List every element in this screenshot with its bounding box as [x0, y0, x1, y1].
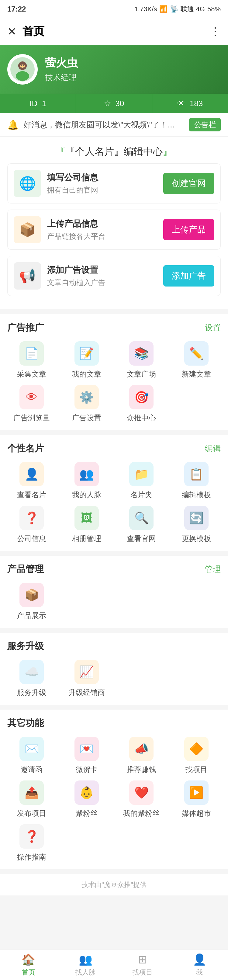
edit-card-text-1: 上传产品信息 产品链接各大平台 — [47, 218, 157, 241]
grid-item-0-5[interactable]: ⚙️广告设置 — [62, 385, 111, 423]
edit-card-2[interactable]: 📢 添加广告设置 文章自动植入广告 添加广告 — [7, 256, 221, 296]
edit-card-btn-1[interactable]: 上传产品 — [163, 219, 214, 240]
edit-card-text-2: 添加广告设置 文章自动植入广告 — [47, 264, 157, 288]
grid-label-4-5: 聚粉丝 — [76, 808, 98, 818]
section-title-2: 产品管理 — [7, 563, 44, 576]
grid-item-4-7[interactable]: ▶️媒体超市 — [172, 781, 221, 818]
grid-label-4-0: 邀请函 — [21, 765, 43, 775]
close-icon[interactable]: ✕ — [7, 25, 16, 38]
grid-item-4-5[interactable]: 👶聚粉丝 — [62, 781, 111, 818]
grid-icon-0-1: 📝 — [74, 341, 99, 366]
edit-card-btn-2[interactable]: 添加广告 — [163, 265, 214, 286]
edit-card-text-0: 填写公司信息 拥有自己的官网 — [47, 172, 157, 195]
divider-section-2 — [0, 628, 228, 633]
grid-section-4: 其它功能✉️邀请函💌微贺卡📣推荐赚钱🔶找项目📤发布项目👶聚粉丝❤️我的聚粉丝▶️… — [0, 710, 228, 869]
section-link-2[interactable]: 管理 — [205, 564, 221, 574]
grid-label-1-0: 查看名片 — [17, 490, 46, 500]
grid-label-4-2: 推荐赚钱 — [127, 765, 156, 775]
grid-item-4-4[interactable]: 📤发布项目 — [7, 781, 56, 818]
grid-item-0-2[interactable]: 📚文章广场 — [117, 341, 166, 379]
divider-1 — [0, 309, 228, 314]
grid-label-1-6: 查看官网 — [127, 534, 156, 544]
grid-icon-1-3: 📋 — [184, 462, 209, 486]
status-speed: 1.73K/s — [135, 5, 157, 13]
edit-card-main-2: 添加广告设置 — [47, 264, 157, 276]
grid-item-0-1[interactable]: 📝我的文章 — [62, 341, 111, 379]
grid-4: ✉️邀请函💌微贺卡📣推荐赚钱🔶找项目📤发布项目👶聚粉丝❤️我的聚粉丝▶️媒体超市… — [7, 737, 221, 862]
grid-icon-4-3: 🔶 — [184, 737, 209, 761]
grid-item-1-7[interactable]: 🔄更换模板 — [172, 506, 221, 544]
grid-item-1-5[interactable]: 🖼相册管理 — [62, 506, 111, 544]
grid-item-1-6[interactable]: 🔍查看官网 — [117, 506, 166, 544]
grid-icon-1-0: 👤 — [19, 462, 44, 486]
top-nav: ✕ 首页 ⋮ — [0, 18, 228, 45]
grid-section-0: 广告推广设置📄采集文章📝我的文章📚文章广场✏️新建文章👁广告浏览量⚙️广告设置🎯… — [0, 314, 228, 430]
grid-item-1-3[interactable]: 📋编辑模板 — [172, 462, 221, 500]
edit-center-cards: 🌐 填写公司信息 拥有自己的官网 创建官网 📦 上传产品信息 产品链接各大平台 … — [0, 163, 228, 309]
grid-label-1-2: 名片夹 — [130, 490, 152, 500]
grid-item-1-4[interactable]: ❓公司信息 — [7, 506, 56, 544]
grid-icon-1-2: 📁 — [129, 462, 154, 486]
grid-label-4-6: 我的聚粉丝 — [123, 808, 160, 818]
grid-item-3-1[interactable]: 📈升级经销商 — [62, 660, 111, 697]
announcement-bar: 🔔 好消息，微信朋友圈可以发\"大视频\"了！... 公告栏 — [0, 113, 228, 137]
stat-view[interactable]: 👁 183 — [152, 94, 228, 113]
edit-card-1[interactable]: 📦 上传产品信息 产品链接各大平台 上传产品 — [7, 210, 221, 250]
grid-item-3-0[interactable]: ☁️服务升级 — [7, 660, 56, 697]
grid-icon-3-0: ☁️ — [19, 660, 44, 684]
grid-item-1-1[interactable]: 👥我的人脉 — [62, 462, 111, 500]
grid-label-4-1: 微贺卡 — [76, 765, 98, 775]
grid-icon-1-4: ❓ — [19, 506, 44, 530]
page-title: 首页 — [22, 24, 210, 39]
announcement-text: 好消息，微信朋友圈可以发\"大视频\"了！... — [24, 119, 184, 130]
grid-icon-4-5: 👶 — [74, 781, 99, 805]
grid-label-3-0: 服务升级 — [17, 688, 46, 697]
grid-item-4-1[interactable]: 💌微贺卡 — [62, 737, 111, 775]
edit-center-section: 『『个人名片』编辑中心』 🌐 填写公司信息 拥有自己的官网 创建官网 📦 上传产… — [0, 137, 228, 309]
avatar-image — [10, 57, 35, 81]
grid-icon-1-6: 🔍 — [129, 506, 154, 530]
edit-card-0[interactable]: 🌐 填写公司信息 拥有自己的官网 创建官网 — [7, 163, 221, 204]
edit-card-main-0: 填写公司信息 — [47, 172, 157, 183]
grid-icon-0-6: 🎯 — [129, 385, 154, 409]
grid-item-0-4[interactable]: 👁广告浏览量 — [7, 385, 56, 423]
grid-item-0-0[interactable]: 📄采集文章 — [7, 341, 56, 379]
section-link-1[interactable]: 编辑 — [205, 443, 221, 454]
grid-icon-2-0: 📦 — [19, 583, 44, 607]
section-link-0[interactable]: 设置 — [205, 322, 221, 333]
speaker-icon: 🔔 — [7, 119, 19, 130]
grid-label-1-4: 公司信息 — [17, 534, 46, 544]
status-time: 17:22 — [7, 5, 26, 13]
grid-item-4-3[interactable]: 🔶找项目 — [172, 737, 221, 775]
profile-name: 萤火虫 — [45, 56, 78, 70]
grid-icon-0-2: 📚 — [129, 341, 154, 366]
stat-id[interactable]: ID 1 — [0, 94, 76, 113]
grid-item-4-2[interactable]: 📣推荐赚钱 — [117, 737, 166, 775]
grid-item-4-8[interactable]: ❓操作指南 — [7, 824, 56, 862]
more-icon[interactable]: ⋮ — [210, 25, 221, 38]
footer-text: 技术由"魔豆众推"提供 — [81, 881, 147, 888]
grid-item-4-0[interactable]: ✉️邀请函 — [7, 737, 56, 775]
edit-card-sub-0: 拥有自己的官网 — [47, 185, 157, 195]
profile-info: 萤火虫 技术经理 — [45, 56, 78, 83]
stat-star[interactable]: ☆ 30 — [76, 94, 152, 113]
grid-icon-4-6: ❤️ — [129, 781, 154, 805]
edit-card-sub-2: 文章自动植入广告 — [47, 278, 157, 288]
svg-point-2 — [16, 71, 29, 81]
section-header-0: 广告推广设置 — [7, 321, 221, 334]
status-battery: 58% — [207, 5, 221, 13]
grid-item-0-3[interactable]: ✏️新建文章 — [172, 341, 221, 379]
grid-item-2-0[interactable]: 📦产品展示 — [7, 583, 56, 620]
grid-item-0-6[interactable]: 🎯众推中心 — [117, 385, 166, 423]
grid-icon-1-7: 🔄 — [184, 506, 209, 530]
grid-icon-4-4: 📤 — [19, 781, 44, 805]
grid-label-1-5: 相册管理 — [72, 534, 101, 544]
grid-item-1-0[interactable]: 👤查看名片 — [7, 462, 56, 500]
section-title-0: 广告推广 — [7, 321, 44, 334]
edit-card-btn-0[interactable]: 创建官网 — [163, 173, 214, 194]
grid-label-0-2: 文章广场 — [127, 369, 156, 379]
grid-item-1-2[interactable]: 📁名片夹 — [117, 462, 166, 500]
announcement-tag[interactable]: 公告栏 — [189, 118, 221, 131]
grid-icon-1-1: 👥 — [74, 462, 99, 486]
grid-item-4-6[interactable]: ❤️我的聚粉丝 — [117, 781, 166, 818]
